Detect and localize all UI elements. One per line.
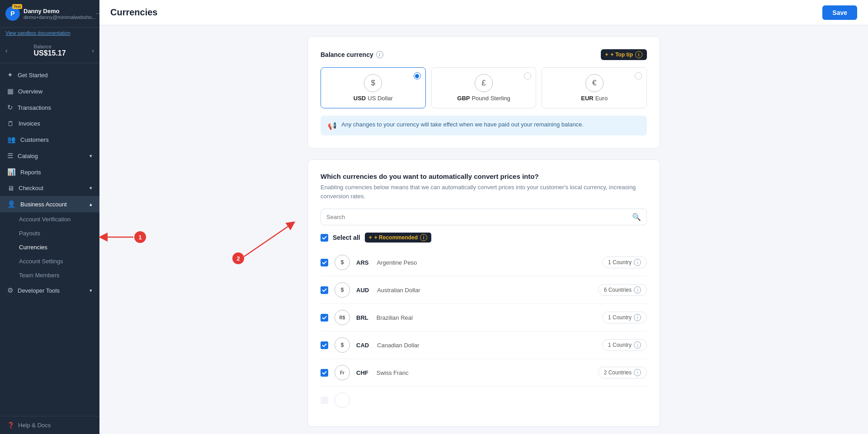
balance-next-icon[interactable]: ›: [92, 47, 94, 54]
brl-info-icon[interactable]: i: [634, 314, 641, 321]
search-input[interactable]: [326, 214, 628, 220]
top-tip-label: + Top tip: [611, 51, 633, 58]
chf-country-count: 2 Countries: [604, 369, 632, 376]
chf-code: CHF: [356, 369, 368, 376]
cad-info-icon[interactable]: i: [634, 341, 641, 349]
sidebar-item-overview[interactable]: ▦ Overview: [0, 83, 99, 99]
balance-prev-icon[interactable]: ‹: [5, 47, 8, 54]
radio-eur: [635, 72, 642, 79]
sidebar-item-currencies[interactable]: Currencies: [0, 240, 99, 254]
sidebar-item-business-account[interactable]: 👤 Business Account ▴: [0, 196, 99, 212]
currency-option-gbp[interactable]: £ GBPPound Sterling: [431, 67, 537, 108]
sidebar-item-label: Developer Tools: [18, 287, 60, 294]
sidebar-item-reports[interactable]: 📊 Reports: [0, 164, 99, 180]
table-row: [321, 387, 647, 414]
eur-symbol: €: [585, 74, 604, 92]
page-title: Currencies: [110, 7, 158, 18]
invoices-icon: 🗒: [7, 120, 14, 127]
sidebar-item-label: Checkout: [19, 185, 43, 191]
balance-info: Balance US$15.17: [33, 44, 66, 57]
aud-checkbox[interactable]: [321, 286, 328, 294]
recommended-info-icon[interactable]: i: [420, 234, 427, 241]
sidebar-item-customers[interactable]: 👥 Customers: [0, 131, 99, 148]
usd-label: USDUS Dollar: [354, 95, 393, 102]
cad-symbol: $: [335, 337, 350, 353]
sidebar-item-payouts[interactable]: Payouts: [0, 226, 99, 240]
currency-option-eur[interactable]: € EUREuro: [542, 67, 647, 108]
sidebar-item-catalog[interactable]: ☰ Catalog ▾: [0, 148, 99, 164]
chevron-down-icon: ▾: [90, 288, 92, 294]
sidebar-item-transactions[interactable]: ↻ Transactions: [0, 99, 99, 116]
top-tip-badge[interactable]: + + Top tip i: [601, 49, 647, 60]
user-profile[interactable]: P Test Danny Demo demo+danny@minimalwebs…: [5, 6, 96, 21]
search-icon: 🔍: [632, 213, 641, 221]
ars-country-pill[interactable]: 1 Country i: [602, 257, 647, 268]
sidebar-item-invoices[interactable]: 🗒 Invoices: [0, 116, 99, 131]
balance-section: ‹ Balance US$15.17 ›: [0, 38, 99, 63]
currency-option-usd[interactable]: $ USDUS Dollar: [321, 67, 426, 108]
chf-info-icon[interactable]: i: [634, 369, 641, 376]
cad-country-pill[interactable]: 1 Country i: [602, 339, 647, 351]
sidebar: P Test Danny Demo demo+danny@minimalwebs…: [0, 0, 99, 434]
ars-checkbox[interactable]: [321, 259, 328, 266]
brl-country-count: 1 Country: [608, 314, 632, 321]
search-row: 🔍: [321, 209, 647, 225]
more-menu-icon[interactable]: ···: [96, 9, 99, 18]
currency-list: $ ARS Argentine Peso 1 Country i $ AUD A…: [321, 249, 647, 414]
aud-symbol: $: [335, 282, 350, 298]
aud-country-count: 6 Countries: [604, 287, 632, 293]
cad-checkbox[interactable]: [321, 341, 328, 349]
sidebar-item-account-verification[interactable]: Account Verification: [0, 212, 99, 226]
chevron-down-icon: ▾: [90, 153, 92, 159]
sidebar-item-get-started[interactable]: ✦ Get Started: [0, 67, 99, 83]
select-all-row: Select all + + Recommended i: [321, 233, 647, 243]
sidebar-header: P Test Danny Demo demo+danny@minimalwebs…: [0, 0, 99, 28]
balance-currency-info-icon[interactable]: i: [376, 51, 383, 58]
recommended-label: + Recommended: [374, 234, 418, 241]
balance-currency-card: Balance currency i + + Top tip i $: [307, 36, 660, 149]
usd-symbol: $: [364, 74, 382, 92]
business-account-sub-nav: Account Verification Payouts Currencies …: [0, 212, 99, 282]
help-docs-link[interactable]: ❓ Help & Docs: [0, 416, 99, 434]
table-row: $ CAD Canadian Dollar 1 Country i: [321, 331, 647, 359]
sidebar-item-label: Overview: [18, 88, 42, 95]
ars-info-icon[interactable]: i: [634, 259, 641, 266]
recommended-badge: + + Recommended i: [365, 233, 431, 243]
top-tip-info-icon[interactable]: i: [635, 51, 642, 58]
topbar: Currencies Save: [99, 0, 868, 25]
sidebar-item-label: Business Account: [20, 201, 67, 208]
brl-code: BRL: [356, 314, 368, 321]
info-banner-text: Any changes to your currency will take e…: [341, 121, 584, 128]
sidebar-item-account-settings[interactable]: Account Settings: [0, 254, 99, 268]
info-banner: 📢 Any changes to your currency will take…: [321, 116, 647, 135]
save-button[interactable]: Save: [822, 5, 857, 20]
chf-checkbox[interactable]: [321, 369, 328, 377]
aud-country-pill[interactable]: 6 Countries i: [598, 284, 647, 296]
ars-symbol: $: [335, 255, 350, 270]
sandbox-link[interactable]: View sandbox documentation: [0, 28, 99, 38]
currency-options: $ USDUS Dollar £ GBPPound Sterling: [321, 67, 647, 108]
sidebar-item-developer-tools[interactable]: ⚙ Developer Tools ▾: [0, 282, 99, 299]
gbp-label: GBPPound Sterling: [457, 95, 510, 102]
chf-name: Swiss Franc: [377, 369, 409, 376]
sidebar-item-team-members[interactable]: Team Members: [0, 268, 99, 282]
ars-country-count: 1 Country: [608, 259, 632, 266]
sidebar-item-label: Customers: [20, 136, 49, 143]
balance-label: Balance: [33, 44, 66, 49]
business-account-icon: 👤: [7, 200, 16, 208]
brl-country-pill[interactable]: 1 Country i: [602, 312, 647, 323]
sidebar-item-label: Invoices: [19, 120, 40, 127]
brl-checkbox[interactable]: [321, 314, 328, 322]
next-checkbox[interactable]: [321, 397, 328, 404]
sidebar-item-checkout[interactable]: 🖥 Checkout ▾: [0, 180, 99, 196]
convert-description: Enabling currencies below means that we …: [321, 183, 647, 201]
select-all-checkbox[interactable]: [321, 234, 328, 242]
aud-info-icon[interactable]: i: [634, 286, 641, 294]
table-row: Fr CHF Swiss Franc 2 Countries i: [321, 359, 647, 387]
balance-currency-section-label: Balance currency i + + Top tip i: [321, 49, 647, 60]
chf-country-pill[interactable]: 2 Countries i: [598, 367, 647, 378]
brl-name: Brazilian Real: [377, 314, 413, 321]
cad-code: CAD: [356, 342, 369, 349]
checkout-icon: 🖥: [7, 184, 14, 192]
ars-code: ARS: [356, 259, 368, 266]
